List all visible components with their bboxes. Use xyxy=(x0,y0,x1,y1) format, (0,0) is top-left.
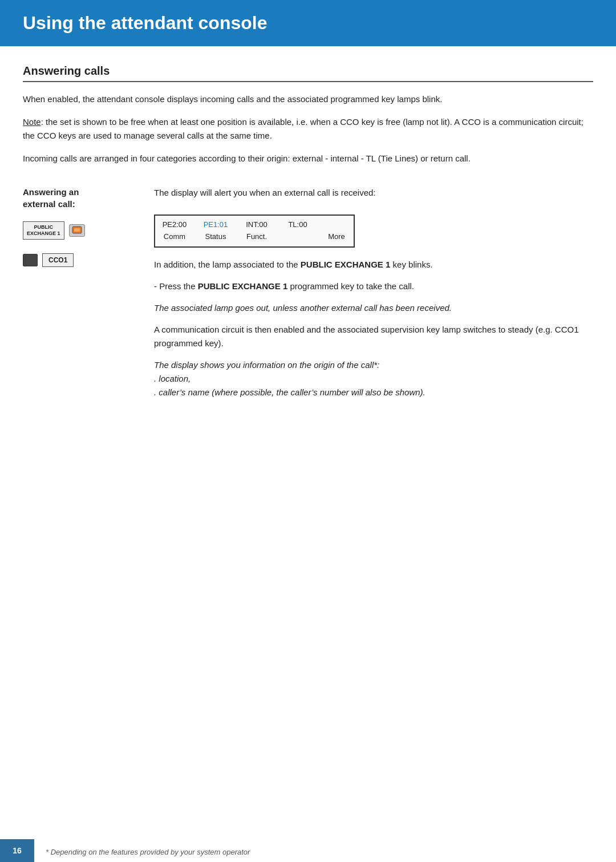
cco-key-group: CCO1 xyxy=(23,253,137,267)
external-call-label-line2: external call: xyxy=(23,199,75,209)
comm-circuit-para: A communication circuit is then enabled … xyxy=(154,323,593,350)
display-pe1-top: PE1:01 xyxy=(204,219,228,231)
svg-rect-1 xyxy=(74,228,80,232)
lamp-icon xyxy=(69,224,85,237)
press-para-end: programmed key to take the call. xyxy=(290,281,414,291)
lamp-para-end: key blinks. xyxy=(393,260,433,269)
press-para-text: - Press the xyxy=(154,281,196,291)
external-call-label: Answering an external call: xyxy=(23,186,137,210)
answering-calls-para1: When enabled, the attendant console disp… xyxy=(23,92,593,106)
press-para-bold: PUBLIC EXCHANGE 1 xyxy=(198,281,288,291)
right-column: The display will alert you when an exter… xyxy=(154,186,593,407)
two-col-section: Answering an external call: PUBLIC EXCHA… xyxy=(23,186,593,407)
key-label-line2: EXCHANGE 1 xyxy=(27,230,60,236)
public-exchange-key: PUBLIC EXCHANGE 1 xyxy=(23,221,64,240)
answering-calls-note: Note: the set is shown to be free when a… xyxy=(23,115,593,143)
display-cell-pe1: PE1:01 Status xyxy=(202,219,229,243)
footnote: * Depending on the features provided by … xyxy=(46,848,250,856)
key-label-line1: PUBLIC xyxy=(34,224,54,230)
display-pe2-bottom: Comm xyxy=(164,231,185,243)
page-number: 16 xyxy=(0,839,34,862)
lamp-para-bold: PUBLIC EXCHANGE 1 xyxy=(301,260,391,269)
display-more-label: More xyxy=(328,231,345,243)
external-call-label-line1: Answering an xyxy=(23,187,79,197)
italic-para-2-line3: . caller’s name (where possible, the cal… xyxy=(154,387,425,397)
left-column: Answering an external call: PUBLIC EXCHA… xyxy=(23,186,137,407)
answering-calls-para2: Incoming calls are arranged in four cate… xyxy=(23,152,593,165)
cco-label: CCO1 xyxy=(42,253,74,267)
main-content: Answering calls When enabled, the attend… xyxy=(0,64,616,407)
italic-para-2-line1: The display shows you information on the… xyxy=(154,360,379,370)
display-tl-top: TL:00 xyxy=(288,219,307,231)
italic-para-2-line2: . location, xyxy=(154,374,191,383)
italic-para-1: The associated lamp goes out, unless ano… xyxy=(154,301,593,315)
press-para: - Press the PUBLIC EXCHANGE 1 programmed… xyxy=(154,280,593,293)
public-exchange-key-group: PUBLIC EXCHANGE 1 xyxy=(23,221,137,240)
page-title: Using the attendant console xyxy=(23,13,593,34)
display-more: More xyxy=(325,219,348,243)
lamp-para: In addition, the lamp associated to the … xyxy=(154,258,593,272)
note-text: : the set is shown to be free when at le… xyxy=(23,117,583,140)
answering-calls-heading: Answering calls xyxy=(23,64,593,82)
page-header: Using the attendant console xyxy=(0,0,616,46)
display-int-bottom: Funct. xyxy=(246,231,267,243)
display-cell-tl: TL:00 xyxy=(284,219,311,243)
external-call-intro: The display will alert you when an exter… xyxy=(154,186,593,200)
display-pe2-top: PE2:00 xyxy=(163,219,187,231)
lamp-para-text: In addition, the lamp associated to the xyxy=(154,260,298,269)
display-cell-pe2: PE2:00 Comm xyxy=(161,219,188,243)
lamp-svg xyxy=(72,226,82,235)
cco-square-lamp xyxy=(23,254,38,266)
italic-para-2: The display shows you information on the… xyxy=(154,358,593,399)
note-label: Note xyxy=(23,117,41,127)
display-int-top: INT:00 xyxy=(246,219,268,231)
display-mockup: PE2:00 Comm PE1:01 Status INT:00 Funct. … xyxy=(154,215,355,248)
display-cell-int: INT:00 Funct. xyxy=(243,219,270,243)
display-pe1-bottom: Status xyxy=(205,231,226,243)
